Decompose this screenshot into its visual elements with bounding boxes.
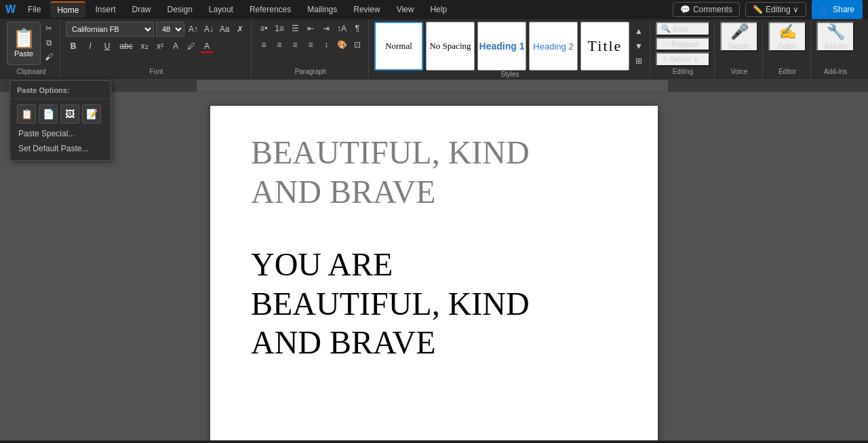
share-button[interactable]: 👤 Share [812, 0, 863, 19]
paste-icon-keep-source[interactable]: 📋 [17, 104, 36, 123]
text-line-ab: AND BRAVE [251, 172, 617, 212]
share-label: Share [833, 5, 854, 14]
clipboard-content: 📋 Paste ✂ ⧉ 🖌 [7, 22, 56, 68]
paste-options-title: Paste Options: [10, 85, 111, 99]
select-icon: ⊹ [661, 55, 667, 64]
tab-home[interactable]: Home [50, 1, 85, 18]
sort-button[interactable]: ↕A [335, 22, 349, 35]
dictate-button[interactable]: 🎤 Dictate [720, 22, 758, 52]
tab-help[interactable]: Help [423, 2, 454, 17]
app-icon: W [5, 3, 16, 16]
editor-icon: ✍ [778, 23, 797, 41]
addins-label: Add-ins [824, 43, 847, 50]
share-icon: 👤 [820, 5, 830, 14]
tab-mailings[interactable]: Mailings [300, 2, 344, 17]
clipboard-small-buttons: ✂ ⧉ 🖌 [42, 22, 56, 65]
grow-font-button[interactable]: A↑ [186, 22, 200, 36]
font-size-select[interactable]: 48 [156, 22, 184, 37]
style-title[interactable]: Title [580, 22, 629, 71]
highlight-button[interactable]: 🖊 [184, 39, 198, 53]
style-no-spacing[interactable]: No Spacing [426, 22, 475, 71]
align-right-button[interactable]: ≡ [288, 38, 302, 52]
tab-view[interactable]: View [390, 2, 421, 17]
tab-file[interactable]: File [21, 2, 47, 17]
font-color-button[interactable]: A [200, 39, 214, 53]
voice-group: 🎤 Dictate Voice [716, 20, 763, 78]
addins-button[interactable]: 🔧 Add-ins [816, 22, 854, 52]
subscript-button[interactable]: x₂ [138, 39, 151, 53]
paste-button[interactable]: 📋 Paste [7, 22, 41, 65]
superscript-button[interactable]: x² [153, 39, 167, 53]
editor-group-label: Editor [778, 68, 796, 77]
align-center-button[interactable]: ≡ [273, 38, 286, 52]
find-icon: 🔍 [661, 24, 671, 33]
editor-button[interactable]: ✍ Editor [768, 22, 806, 52]
paste-icon: 📋 [12, 29, 36, 48]
copy-button[interactable]: ⧉ [42, 36, 56, 50]
shading-button[interactable]: 🎨 [335, 38, 349, 52]
editing-mode-button[interactable]: ✏️ Editing ∨ [745, 2, 806, 17]
comments-button[interactable]: 💬 Comments [673, 2, 740, 17]
styles-group: Normal No Spacing Heading 1 Heading 2 Ti… [370, 20, 650, 78]
styles-scroll-up[interactable]: ▲ [632, 24, 646, 38]
voice-content: 🎤 Dictate [720, 22, 758, 68]
increase-indent-button[interactable]: ⇥ [319, 22, 333, 35]
edit-icon: ✏️ [753, 5, 763, 14]
tab-references[interactable]: References [243, 2, 298, 17]
find-label: Find [673, 25, 688, 33]
replace-button[interactable]: ↔ Replace [656, 37, 710, 51]
clipboard-label: Clipboard [17, 68, 46, 77]
text-line-and-brave: AND BRAVE [251, 323, 617, 362]
style-heading2[interactable]: Heading 2 [529, 22, 578, 71]
tab-design[interactable]: Design [161, 2, 199, 17]
bullets-button[interactable]: ≡• [257, 22, 271, 35]
clipboard-group: 📋 Paste ✂ ⧉ 🖌 Clipboard [3, 20, 60, 78]
styles-scroll-buttons: ▲ ▼ ⊞ [632, 24, 646, 68]
numbering-button[interactable]: 1≡ [273, 22, 286, 35]
change-case-button[interactable]: Aa [218, 22, 231, 36]
italic-button[interactable]: I [83, 39, 98, 53]
editing-group: 🔍 Find ↔ Replace ⊹ Select ∨ Editing [652, 20, 715, 78]
paste-icon-picture[interactable]: 🖼 [60, 104, 79, 123]
font-family-select[interactable]: Californian FB [66, 22, 154, 37]
shrink-font-button[interactable]: A↓ [202, 22, 216, 36]
document-page[interactable]: BEAUTIFUL, KIND AND BRAVE YOU ARE BEAUTI… [210, 106, 658, 440]
select-button[interactable]: ⊹ Select ∨ [656, 52, 710, 66]
ribbon-tab-bar: W File Home Insert Draw Design Layout Re… [0, 0, 868, 19]
styles-scroll-down[interactable]: ▼ [632, 39, 646, 53]
styles-expand[interactable]: ⊞ [632, 54, 646, 68]
editing-mode-label: Editing ∨ [766, 5, 799, 14]
find-button[interactable]: 🔍 Find [656, 22, 710, 36]
editor-label: Editor [778, 43, 796, 50]
bold-button[interactable]: B [66, 39, 81, 53]
paragraph-label: Paragraph [295, 68, 327, 77]
document-area[interactable]: BEAUTIFUL, KIND AND BRAVE YOU ARE BEAUTI… [0, 92, 868, 440]
replace-icon: ↔ [661, 40, 669, 48]
set-default-paste-item[interactable]: Set Default Paste... [10, 141, 111, 156]
multilevel-button[interactable]: ☰ [288, 22, 302, 35]
borders-button[interactable]: ⊡ [351, 38, 364, 52]
clear-formatting-button[interactable]: ✗ [233, 22, 247, 36]
paste-icon-merge[interactable]: 📄 [39, 104, 58, 123]
replace-label: Replace [671, 40, 698, 48]
style-normal[interactable]: Normal [374, 22, 423, 71]
paste-special-item[interactable]: Paste Special... [10, 126, 111, 141]
paste-icon-text-only[interactable]: 📝 [82, 104, 101, 123]
align-left-button[interactable]: ≡ [257, 38, 271, 52]
show-formatting-button[interactable]: ¶ [351, 22, 364, 35]
decrease-indent-button[interactable]: ⇤ [304, 22, 317, 35]
format-painter-button[interactable]: 🖌 [42, 50, 56, 64]
underline-button[interactable]: U [100, 39, 115, 53]
text-effects-button[interactable]: A [169, 39, 182, 53]
tab-insert[interactable]: Insert [88, 2, 122, 17]
line-spacing-button[interactable]: ↕ [319, 38, 333, 52]
tab-review[interactable]: Review [347, 2, 387, 17]
style-heading1[interactable]: Heading 1 [477, 22, 526, 71]
cut-button[interactable]: ✂ [42, 22, 56, 35]
para-row1: ≡• 1≡ ☰ ⇤ ⇥ ↕A ¶ [257, 22, 364, 35]
strikethrough-button[interactable]: abc [117, 39, 136, 53]
justify-button[interactable]: ≡ [304, 38, 317, 52]
styles-content: Normal No Spacing Heading 1 Heading 2 Ti… [374, 22, 646, 71]
tab-layout[interactable]: Layout [202, 2, 240, 17]
tab-draw[interactable]: Draw [125, 2, 157, 17]
